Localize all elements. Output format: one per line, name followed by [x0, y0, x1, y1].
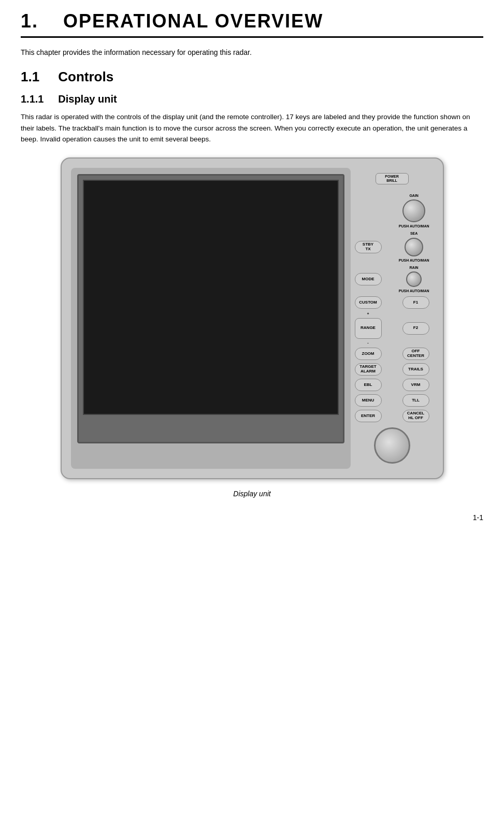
off-center-button[interactable]: OFF CENTER [402, 348, 429, 360]
push-auto-man-3-label: PUSH AUTO/MAN [399, 289, 429, 293]
trackball[interactable] [374, 427, 410, 464]
figure-caption: Display unit [21, 490, 483, 498]
vrm-button[interactable]: VRM [402, 379, 429, 391]
gain-row: GAIN PUSH AUTO/MAN [355, 194, 429, 228]
ebl-button[interactable]: EBL [355, 379, 382, 391]
zoom-button[interactable]: ZOOM [355, 348, 382, 360]
custom-button[interactable]: CUSTOM [355, 296, 382, 309]
section-1-1-1-label: Display unit [58, 93, 117, 105]
menu-button[interactable]: MENU [355, 394, 382, 407]
custom-f1-row: CUSTOM F1 [355, 296, 429, 309]
range-f2-row: + RANGE - F2 [355, 312, 429, 344]
range-button[interactable]: RANGE [355, 318, 382, 339]
zoom-offcenter-row: ZOOM OFF CENTER [355, 348, 429, 360]
range-minus-label: - [367, 341, 368, 345]
f1-button[interactable]: F1 [402, 296, 429, 309]
section-1-1-heading: 1.1 Controls [21, 69, 483, 85]
chapter-title: 1. OPERATIONAL OVERVIEW [21, 10, 483, 32]
device-illustration: POWER BRILL GAIN PUSH AUTO/MAN STBY TX S… [21, 157, 483, 480]
enter-button[interactable]: ENTER [355, 410, 382, 422]
range-col: + RANGE - [355, 312, 382, 344]
sea-label: SEA [410, 232, 417, 236]
sea-knob[interactable] [405, 238, 423, 256]
trails-button[interactable]: TRAILS [402, 363, 429, 376]
sea-col: SEA PUSH AUTO/MAN [399, 232, 429, 262]
intro-paragraph: This chapter provides the information ne… [21, 48, 483, 56]
enter-cancel-row: ENTER CANCEL HL OFF [355, 410, 429, 422]
push-auto-man-1-label: PUSH AUTO/MAN [399, 224, 429, 228]
screen-display [83, 180, 339, 415]
gain-label: GAIN [409, 194, 419, 198]
menu-tll-row: MENU TLL [355, 394, 429, 407]
push-auto-man-2-label: PUSH AUTO/MAN [399, 258, 429, 263]
cancel-hl-off-button[interactable]: CANCEL HL OFF [402, 410, 429, 422]
gain-knob[interactable] [402, 199, 425, 222]
gain-col: GAIN PUSH AUTO/MAN [399, 194, 429, 228]
chapter-number: 1. [21, 10, 38, 32]
target-trails-row: TARGET ALARM TRAILS [355, 363, 429, 376]
section-1-1-1-heading: 1.1.1 Display unit [21, 93, 483, 105]
f2-button[interactable]: F2 [402, 322, 429, 335]
rain-knob[interactable] [406, 271, 422, 287]
chapter-header: 1. OPERATIONAL OVERVIEW [21, 10, 483, 38]
target-alarm-button[interactable]: TARGET ALARM [355, 363, 382, 376]
chapter-title-text: OPERATIONAL OVERVIEW [63, 10, 323, 32]
mode-rain-row: MODE RAIN PUSH AUTO/MAN [355, 266, 429, 293]
rain-label: RAIN [410, 266, 419, 270]
device-body: POWER BRILL GAIN PUSH AUTO/MAN STBY TX S… [61, 157, 444, 480]
screen-bezel [77, 174, 344, 443]
section-1-1-label: Controls [58, 69, 113, 84]
section-1-1-1-number: 1.1.1 [21, 93, 44, 105]
tll-button[interactable]: TLL [402, 394, 429, 407]
body-paragraph: This radar is operated with the controls… [21, 111, 483, 145]
stby-tx-button[interactable]: STBY TX [355, 241, 382, 253]
ebl-vrm-row: EBL VRM [355, 379, 429, 391]
rain-col: RAIN PUSH AUTO/MAN [399, 266, 429, 293]
screen-area [71, 168, 351, 469]
power-brill-button[interactable]: POWER BRILL [376, 173, 409, 184]
stby-sea-row: STBY TX SEA PUSH AUTO/MAN [355, 232, 429, 262]
page-number: 1-1 [21, 513, 483, 522]
section-1-1-number: 1.1 [21, 69, 39, 84]
mode-button[interactable]: MODE [355, 273, 382, 285]
controls-panel: POWER BRILL GAIN PUSH AUTO/MAN STBY TX S… [351, 168, 434, 469]
range-plus-label: + [367, 312, 369, 316]
